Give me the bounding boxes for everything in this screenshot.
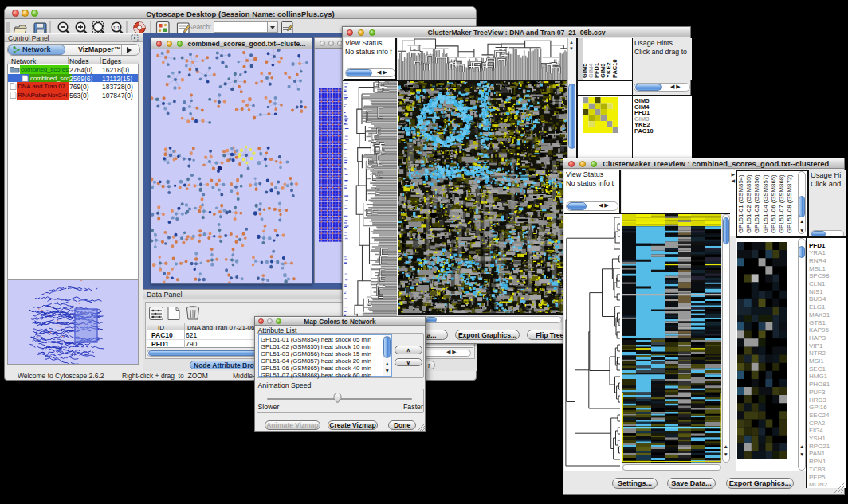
svg-text:PAC10: PAC10 bbox=[611, 59, 618, 78]
svg-text:1:1: 1:1 bbox=[113, 25, 120, 30]
svg-text:GPL51-08 (GSM872): GPL51-08 (GSM872) bbox=[786, 174, 793, 232]
svg-text:GPL51-03 (GSM856): GPL51-03 (GSM856) bbox=[753, 174, 760, 232]
svg-text:GPL51-06 (GSM865): GPL51-06 (GSM865) bbox=[770, 174, 777, 232]
svg-text:GPL51-04 (GSM857): GPL51-04 (GSM857) bbox=[762, 174, 769, 232]
svg-text:GPL51-02 (GSM855): GPL51-02 (GSM855) bbox=[745, 174, 752, 232]
svg-text:GPL51-01 (GSM854): GPL51-01 (GSM854) bbox=[737, 174, 744, 232]
svg-text:GPL51-07 (GSM868): GPL51-07 (GSM868) bbox=[778, 174, 785, 232]
